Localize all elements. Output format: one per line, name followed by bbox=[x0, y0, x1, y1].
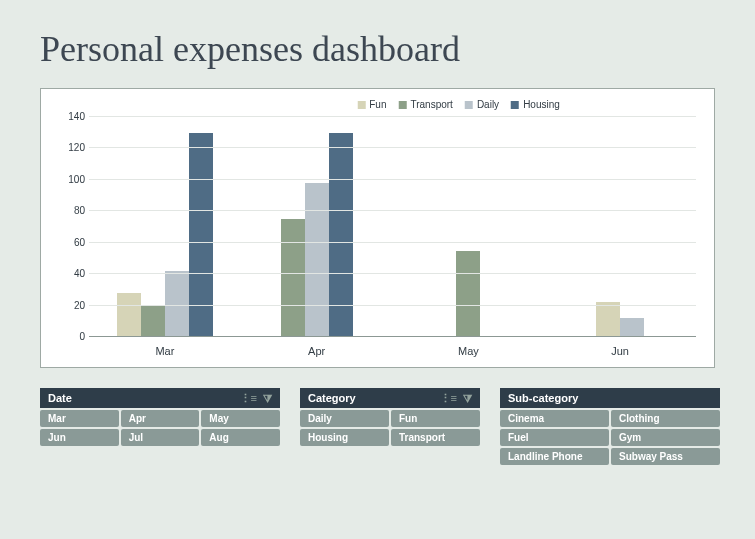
subcategory-chip[interactable]: Gym bbox=[611, 429, 720, 446]
bar[interactable] bbox=[117, 293, 141, 337]
category-slicer: Category ⋮≡ ⧩ DailyFunHousingTransport bbox=[300, 388, 480, 465]
chart-legend: FunTransportDailyHousing bbox=[357, 99, 560, 110]
date-slicer-header: Date ⋮≡ ⧩ bbox=[40, 388, 280, 408]
y-tick-label: 140 bbox=[59, 111, 85, 122]
y-gridline: 20 bbox=[89, 305, 696, 306]
y-gridline: 120 bbox=[89, 147, 696, 148]
y-tick-label: 0 bbox=[59, 331, 85, 342]
clear-filter-icon[interactable]: ⧩ bbox=[463, 393, 472, 404]
category-slicer-header: Category ⋮≡ ⧩ bbox=[300, 388, 480, 408]
bar[interactable] bbox=[141, 306, 165, 337]
subcategory-chip[interactable]: Clothing bbox=[611, 410, 720, 427]
x-tick-label: May bbox=[393, 345, 545, 357]
y-gridline: 100 bbox=[89, 179, 696, 180]
date-slicer: Date ⋮≡ ⧩ MarAprMayJunJulAug bbox=[40, 388, 280, 465]
legend-swatch bbox=[398, 101, 406, 109]
date-chip[interactable]: May bbox=[201, 410, 280, 427]
date-chip[interactable]: Apr bbox=[121, 410, 200, 427]
category-chip[interactable]: Housing bbox=[300, 429, 389, 446]
date-chip[interactable]: Mar bbox=[40, 410, 119, 427]
bar[interactable] bbox=[596, 302, 620, 337]
y-gridline: 60 bbox=[89, 242, 696, 243]
legend-swatch bbox=[465, 101, 473, 109]
bar[interactable] bbox=[456, 251, 480, 337]
legend-label: Daily bbox=[477, 99, 499, 110]
x-tick-label: Mar bbox=[89, 345, 241, 357]
category-slicer-title: Category bbox=[308, 392, 356, 404]
subcategory-chip[interactable]: Subway Pass bbox=[611, 448, 720, 465]
legend-label: Fun bbox=[369, 99, 386, 110]
legend-entry[interactable]: Housing bbox=[511, 99, 560, 110]
date-slicer-title: Date bbox=[48, 392, 72, 404]
x-tick-label: Apr bbox=[241, 345, 393, 357]
y-gridline: 140 bbox=[89, 116, 696, 117]
date-chip[interactable]: Jun bbox=[40, 429, 119, 446]
subcategory-chip[interactable]: Cinema bbox=[500, 410, 609, 427]
expenses-chart: FunTransportDailyHousing 020406080100120… bbox=[40, 88, 715, 368]
legend-entry[interactable]: Fun bbox=[357, 99, 386, 110]
page-title: Personal expenses dashboard bbox=[40, 28, 715, 70]
y-gridline: 80 bbox=[89, 210, 696, 211]
multiselect-icon[interactable]: ⋮≡ bbox=[240, 393, 257, 404]
multiselect-icon[interactable]: ⋮≡ bbox=[440, 393, 457, 404]
x-tick-label: Jun bbox=[544, 345, 696, 357]
legend-label: Transport bbox=[410, 99, 452, 110]
bar[interactable] bbox=[329, 133, 353, 337]
bar[interactable] bbox=[620, 318, 644, 337]
legend-label: Housing bbox=[523, 99, 560, 110]
category-chip[interactable]: Daily bbox=[300, 410, 389, 427]
subcategory-chip[interactable]: Landline Phone bbox=[500, 448, 609, 465]
y-tick-label: 60 bbox=[59, 237, 85, 248]
y-tick-label: 80 bbox=[59, 205, 85, 216]
y-tick-label: 40 bbox=[59, 268, 85, 279]
y-gridline: 40 bbox=[89, 273, 696, 274]
bar[interactable] bbox=[189, 133, 213, 337]
clear-filter-icon[interactable]: ⧩ bbox=[263, 393, 272, 404]
legend-entry[interactable]: Daily bbox=[465, 99, 499, 110]
subcategory-slicer-title: Sub-category bbox=[508, 392, 578, 404]
subcategory-slicer-header: Sub-category bbox=[500, 388, 720, 408]
y-tick-label: 20 bbox=[59, 300, 85, 311]
category-chip[interactable]: Transport bbox=[391, 429, 480, 446]
bar[interactable] bbox=[281, 219, 305, 337]
y-tick-label: 120 bbox=[59, 142, 85, 153]
bar[interactable] bbox=[305, 183, 329, 337]
y-tick-label: 100 bbox=[59, 174, 85, 185]
legend-entry[interactable]: Transport bbox=[398, 99, 452, 110]
subcategory-chip[interactable]: Fuel bbox=[500, 429, 609, 446]
y-gridline: 0 bbox=[89, 336, 696, 337]
date-chip[interactable]: Aug bbox=[201, 429, 280, 446]
subcategory-slicer: Sub-category CinemaClothingFuelGymLandli… bbox=[500, 388, 720, 465]
category-chip[interactable]: Fun bbox=[391, 410, 480, 427]
legend-swatch bbox=[511, 101, 519, 109]
legend-swatch bbox=[357, 101, 365, 109]
date-chip[interactable]: Jul bbox=[121, 429, 200, 446]
